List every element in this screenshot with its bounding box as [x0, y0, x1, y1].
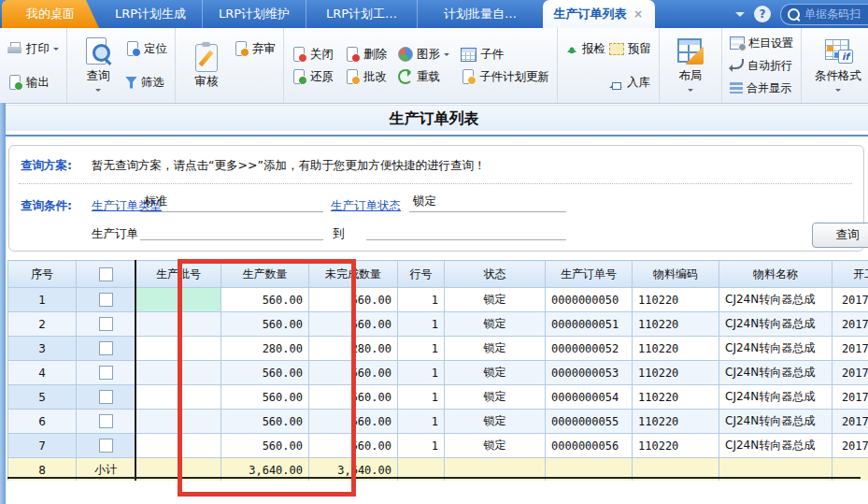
merge-display-button[interactable]: 合并显示 [728, 77, 795, 99]
cell-unfinished: 560.00 [309, 410, 398, 434]
order-to-field[interactable] [366, 222, 566, 240]
printer-icon [7, 41, 22, 56]
table-row[interactable]: 5560.00560.001锁定0000000054110220CJ24N转向器… [8, 385, 868, 410]
restore-button[interactable]: 还原 [290, 65, 335, 88]
cell-status: 锁定 [445, 312, 546, 337]
order-type-field[interactable]: 标准 [140, 194, 323, 212]
tab-lrp-plan-generate[interactable]: LRP计划生成 [99, 0, 202, 28]
cell-order: 0000000055 [546, 410, 633, 434]
conditional-format-button[interactable]: 条件格式 [807, 36, 868, 94]
cell-code: 110220 [633, 312, 719, 337]
row-checkbox[interactable] [99, 317, 113, 331]
cell-unfinished: 560.00 [309, 288, 398, 312]
column-header[interactable]: 状态 [445, 261, 546, 288]
cell-seq: 1 [8, 288, 77, 312]
close-order-icon [292, 47, 306, 62]
subitem-button[interactable]: 子件 [459, 43, 551, 65]
tab-bar: 我的桌面 LRP计划生成 LRP计划维护 LRP计划工… 计划批量自… 生产订单… [0, 0, 868, 28]
cell-line: 1 [398, 337, 445, 361]
order-to-label: 到 [333, 226, 345, 242]
cell-start: 2017-08-12 [832, 312, 868, 337]
search-button[interactable]: 查询 [812, 223, 868, 248]
order-from-field[interactable] [140, 222, 323, 240]
header-checkbox[interactable] [99, 267, 113, 281]
table-row[interactable]: 3280.00280.001锁定0000000052110220CJ24N转向器… [8, 337, 868, 361]
cell-unfinished: 560.00 [309, 385, 398, 410]
row-checkbox[interactable] [99, 366, 113, 380]
auto-wrap-button[interactable]: 自动折行 [728, 54, 795, 77]
delete-button[interactable]: 删除 [343, 43, 389, 65]
cell-status: 锁定 [445, 410, 546, 434]
locate-button[interactable]: 定位 [123, 37, 169, 60]
tab-label: 生产订单列表 [554, 0, 627, 28]
tab-production-order-list[interactable]: 生产订单列表 [543, 0, 655, 28]
order-status-field[interactable]: 锁定 [409, 194, 566, 212]
order-status-link[interactable]: 生产订单状态 [331, 198, 401, 214]
cell-batch [135, 337, 221, 361]
chevron-down-icon [688, 89, 693, 94]
instock-button[interactable]: 入库 [607, 71, 653, 94]
column-header[interactable]: 行号 [398, 261, 445, 288]
table-row[interactable]: 7560.00560.001锁定0000000056110220CJ24N转向器… [8, 434, 868, 458]
audit-button[interactable]: 审核 [181, 42, 232, 90]
close-tab-icon[interactable] [633, 8, 645, 21]
cell-seq: 7 [8, 434, 77, 458]
column-header[interactable]: 物料编码 [633, 261, 719, 288]
divider [0, 135, 868, 137]
row-checkbox[interactable] [99, 293, 113, 307]
column-header[interactable]: 物料名称 [719, 261, 832, 288]
tab-label: 我的桌面 [26, 7, 75, 21]
unaudit-button[interactable]: 弃审 [232, 37, 277, 60]
graph-button[interactable]: 图形 [396, 43, 451, 65]
tab-lrp-plan-maintain[interactable]: LRP计划维护 [202, 0, 306, 28]
cell-qty: 280.00 [221, 337, 309, 361]
column-header[interactable]: 生产订单号 [546, 261, 633, 288]
chevron-down-icon [444, 53, 449, 59]
column-header[interactable]: 未完成数量 [309, 261, 398, 288]
table-row[interactable]: 2560.00560.001锁定0000000051110220CJ24N转向器… [8, 312, 868, 337]
column-setting-button[interactable]: 栏目设置 [728, 32, 795, 54]
cell-qty: 560.00 [221, 288, 309, 312]
row-checkbox[interactable] [99, 390, 113, 404]
export-button[interactable]: 输出 [6, 71, 61, 94]
close-order-button[interactable]: 关闭 [290, 43, 335, 65]
table-row[interactable]: 1560.00560.001锁定0000000050110220CJ24N转向器… [8, 288, 868, 312]
print-button[interactable]: 打印 [6, 37, 61, 60]
cell-status: 锁定 [445, 288, 546, 312]
query-button[interactable]: 查询 [73, 36, 123, 94]
cell-start: 2017-08-05 [832, 385, 868, 410]
tab-lrp-plan-work[interactable]: LRP计划工… [306, 0, 417, 28]
tab-my-desktop[interactable]: 我的桌面 [2, 0, 99, 28]
subitem-plan-update-button[interactable]: 子件计划更新 [459, 65, 551, 88]
barcode-search-input[interactable]: 单据条码扫 [780, 4, 868, 25]
row-checkbox[interactable] [99, 439, 113, 453]
layout-button[interactable]: 布局 [665, 36, 716, 94]
row-checkbox[interactable] [99, 414, 113, 428]
cell-seq: 3 [8, 337, 77, 361]
cell-order: 0000000051 [546, 312, 633, 337]
tab-plan-batch[interactable]: 计划批量自… [417, 0, 543, 28]
column-header[interactable]: 生产批号 [135, 261, 221, 288]
cell-order: 0000000054 [546, 385, 633, 410]
batch-modify-button[interactable]: 批改 [343, 65, 389, 88]
cell-start: 2017-08-04 [832, 410, 868, 434]
tab-overflow-chevron-down-icon[interactable] [735, 12, 745, 22]
cell-batch [135, 312, 221, 337]
cell-line: 1 [398, 361, 445, 385]
column-header[interactable]: 生产数量 [221, 261, 309, 288]
chevron-down-icon [95, 89, 101, 94]
select-all-header[interactable] [77, 261, 136, 288]
column-header[interactable]: 开工日期 [832, 261, 868, 288]
table-row[interactable]: 4560.00560.001锁定0000000053110220CJ24N转向器… [8, 361, 868, 385]
reload-button[interactable]: 重载 [396, 65, 451, 88]
table-row[interactable]: 6560.00560.001锁定0000000055110220CJ24N转向器… [8, 410, 868, 434]
reserve-button[interactable]: 预留 [607, 37, 653, 60]
tab-label: LRP计划工… [326, 7, 397, 21]
cell-code: 110220 [633, 337, 719, 361]
help-icon[interactable] [754, 6, 771, 22]
cell-unfinished: 560.00 [309, 434, 398, 458]
filter-button[interactable]: 筛选 [123, 71, 169, 94]
inspection-button[interactable]: 报检 [563, 37, 607, 60]
column-header[interactable]: 序号 [8, 261, 77, 288]
row-checkbox[interactable] [99, 341, 113, 355]
